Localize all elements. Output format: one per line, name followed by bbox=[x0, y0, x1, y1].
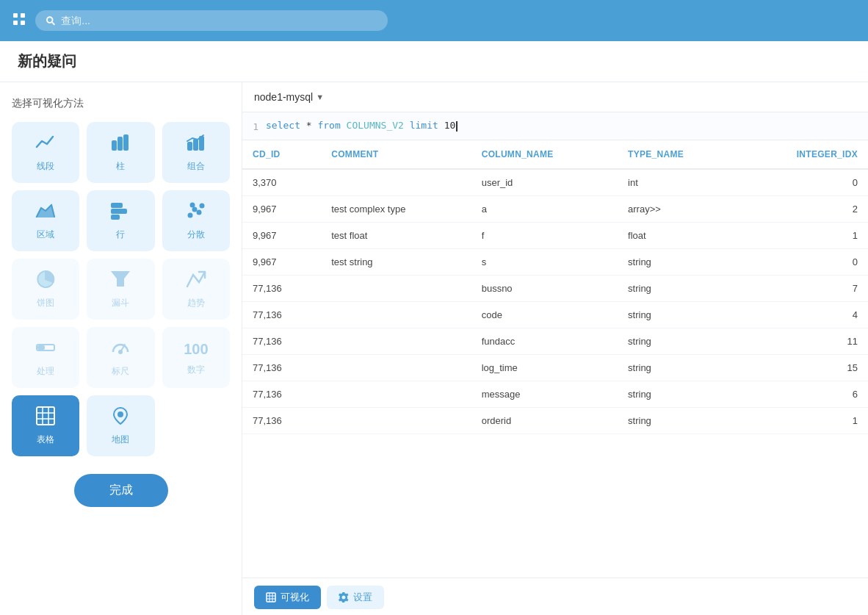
viz-item-number: 100 数字 bbox=[162, 327, 230, 388]
viz-item-process: 处理 bbox=[12, 327, 79, 388]
map-icon bbox=[110, 406, 131, 429]
cell-comment bbox=[321, 276, 471, 302]
viz-item-map[interactable]: 地图 bbox=[87, 395, 154, 456]
cell-comment: test float bbox=[321, 223, 471, 249]
table-row: 3,370 user_id int 0 bbox=[242, 169, 868, 196]
viz-item-trend: 趋势 bbox=[162, 259, 230, 320]
svg-point-25 bbox=[119, 350, 122, 353]
cell-comment bbox=[321, 169, 471, 196]
viz-item-table[interactable]: 表格 bbox=[12, 395, 79, 456]
settings-label: 设置 bbox=[353, 591, 372, 604]
svg-rect-32 bbox=[267, 593, 275, 602]
viz-item-number-label: 数字 bbox=[187, 364, 205, 376]
cell-type-name: string bbox=[618, 381, 739, 408]
table-small-icon bbox=[266, 592, 276, 603]
trend-icon bbox=[186, 269, 206, 292]
svg-rect-14 bbox=[112, 209, 126, 213]
viz-item-line[interactable]: 线段 bbox=[12, 122, 79, 183]
viz-item-funnel-label: 漏斗 bbox=[112, 297, 129, 309]
viz-item-combo[interactable]: 组合 bbox=[162, 122, 230, 183]
combo-chart-icon bbox=[186, 132, 206, 156]
svg-rect-13 bbox=[112, 204, 122, 207]
sidebar: 选择可视化方法 线段 柱 bbox=[0, 82, 242, 615]
cell-comment bbox=[321, 355, 471, 381]
cell-column-name: fundacc bbox=[471, 328, 618, 355]
results-table: CD_ID COMMENT COLUMN_NAME TYPE_NAME INTE… bbox=[242, 140, 868, 434]
table-row: 9,967 test string s string 0 bbox=[242, 249, 868, 276]
cell-type-name: float bbox=[618, 223, 739, 249]
table-row: 77,136 fundacc string 11 bbox=[242, 328, 868, 355]
cell-cd-id: 9,967 bbox=[242, 223, 321, 249]
table-row: 77,136 orderid string 1 bbox=[242, 408, 868, 434]
svg-rect-23 bbox=[38, 346, 44, 349]
sql-code[interactable]: select * from COLUMNS_V2 limit 10 bbox=[266, 120, 457, 132]
bar-chart-icon bbox=[110, 132, 131, 156]
table-row: 77,136 message string 6 bbox=[242, 381, 868, 408]
cell-column-name: code bbox=[471, 302, 618, 328]
table-row: 77,136 bussno string 7 bbox=[242, 276, 868, 302]
number-icon: 100 bbox=[184, 339, 208, 359]
viz-item-area[interactable]: 区域 bbox=[12, 190, 79, 251]
right-panel: node1-mysql ▼ 1 select * from COLUMNS_V2… bbox=[242, 82, 868, 615]
cell-type-name: string bbox=[618, 408, 739, 434]
complete-button[interactable]: 完成 bbox=[74, 474, 168, 507]
svg-point-19 bbox=[200, 204, 203, 208]
gear-icon bbox=[339, 592, 349, 603]
cell-type-name: int bbox=[618, 169, 739, 196]
viz-item-gauge-label: 标尺 bbox=[112, 365, 129, 378]
cell-integer-idx: 7 bbox=[739, 276, 868, 302]
viz-item-scatter[interactable]: 分散 bbox=[162, 190, 230, 251]
search-box[interactable] bbox=[35, 10, 388, 31]
data-table-wrap: CD_ID COMMENT COLUMN_NAME TYPE_NAME INTE… bbox=[242, 140, 868, 578]
cell-integer-idx: 0 bbox=[739, 249, 868, 276]
svg-rect-7 bbox=[118, 137, 122, 150]
cell-column-name: s bbox=[471, 249, 618, 276]
table-row: 9,967 test complex type a array>> 2 bbox=[242, 196, 868, 223]
col-column-name: COLUMN_NAME bbox=[471, 140, 618, 169]
svg-point-17 bbox=[192, 208, 196, 212]
settings-button[interactable]: 设置 bbox=[327, 586, 384, 609]
svg-rect-6 bbox=[112, 141, 116, 150]
cell-type-name: string bbox=[618, 355, 739, 381]
cell-column-name: bussno bbox=[471, 276, 618, 302]
visualize-button[interactable]: 可视化 bbox=[254, 586, 321, 609]
page-title-bar: 新的疑问 bbox=[0, 41, 868, 82]
area-chart-icon bbox=[35, 201, 56, 224]
viz-item-area-label: 区域 bbox=[37, 229, 54, 241]
col-integer-idx: INTEGER_IDX bbox=[739, 140, 868, 169]
viz-item-bar[interactable]: 柱 bbox=[87, 122, 154, 183]
line-chart-icon bbox=[35, 132, 56, 156]
db-name: node1-mysql bbox=[254, 91, 313, 103]
search-input[interactable] bbox=[61, 15, 377, 26]
svg-rect-10 bbox=[194, 140, 198, 150]
cell-integer-idx: 2 bbox=[739, 196, 868, 223]
cell-column-name: orderid bbox=[471, 408, 618, 434]
topbar bbox=[0, 0, 868, 41]
cell-type-name: string bbox=[618, 328, 739, 355]
sql-editor: 1 select * from COLUMNS_V2 limit 10 bbox=[242, 112, 868, 140]
grid-icon[interactable] bbox=[12, 12, 26, 30]
cell-integer-idx: 0 bbox=[739, 169, 868, 196]
table-row: 77,136 code string 4 bbox=[242, 302, 868, 328]
table-row: 77,136 log_time string 15 bbox=[242, 355, 868, 381]
cell-cd-id: 9,967 bbox=[242, 249, 321, 276]
cell-integer-idx: 4 bbox=[739, 302, 868, 328]
viz-item-line-label: 线段 bbox=[37, 160, 54, 173]
cell-integer-idx: 6 bbox=[739, 381, 868, 408]
cell-comment bbox=[321, 381, 471, 408]
cell-comment bbox=[321, 302, 471, 328]
process-icon bbox=[35, 337, 56, 361]
cell-comment: test complex type bbox=[321, 196, 471, 223]
cell-type-name: string bbox=[618, 249, 739, 276]
sidebar-section-title: 选择可视化方法 bbox=[12, 97, 230, 110]
complete-btn-wrap: 完成 bbox=[12, 474, 230, 507]
viz-item-bar-label: 柱 bbox=[116, 160, 125, 173]
cell-cd-id: 3,370 bbox=[242, 169, 321, 196]
viz-item-row[interactable]: 行 bbox=[87, 190, 154, 251]
svg-rect-26 bbox=[37, 407, 54, 425]
viz-item-combo-label: 组合 bbox=[187, 160, 205, 173]
viz-item-funnel: 漏斗 bbox=[87, 259, 154, 320]
svg-point-4 bbox=[47, 17, 53, 23]
db-selector[interactable]: node1-mysql ▼ bbox=[254, 91, 324, 103]
cell-cd-id: 77,136 bbox=[242, 328, 321, 355]
